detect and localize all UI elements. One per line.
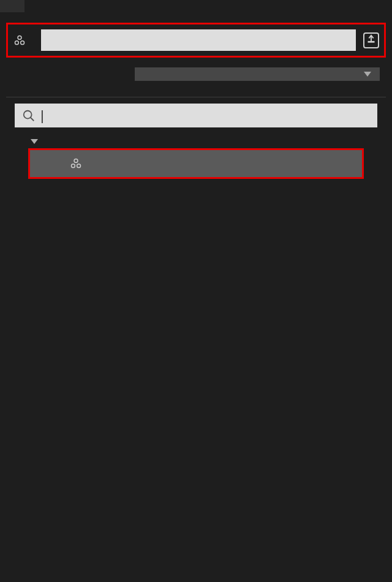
text-cursor: | — [40, 109, 44, 123]
component-tree — [6, 134, 386, 179]
status-row — [6, 64, 386, 85]
name-input[interactable] — [41, 29, 356, 51]
status-select[interactable] — [135, 67, 380, 81]
search-input[interactable] — [49, 108, 370, 123]
pin-button[interactable] — [363, 32, 379, 48]
search-bar[interactable]: | — [15, 104, 377, 127]
chevron-down-icon — [31, 139, 38, 144]
tree-header-render[interactable] — [6, 137, 386, 146]
cluster-icon — [69, 157, 83, 170]
tab-component-properties[interactable] — [0, 0, 24, 12]
divider — [6, 97, 386, 97]
name-row-highlight — [6, 23, 386, 58]
search-icon — [22, 109, 36, 123]
cluster-icon — [13, 34, 26, 47]
chevron-down-icon — [364, 72, 371, 77]
highlighted-row — [28, 148, 364, 179]
entity-id-row — [6, 85, 386, 92]
tree-item-bloom[interactable] — [30, 150, 362, 177]
